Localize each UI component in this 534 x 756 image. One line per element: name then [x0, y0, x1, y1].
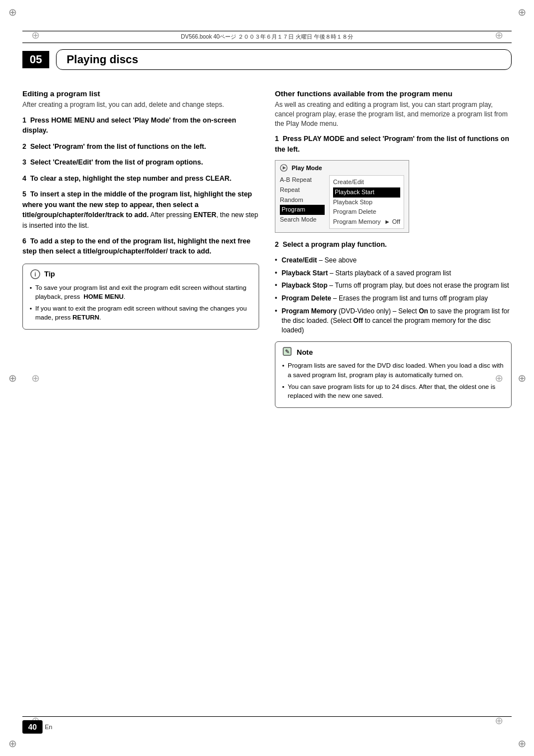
step-5-num: 5	[22, 190, 30, 198]
pm-right-2: Playback Stop	[333, 198, 400, 208]
pm-right-0: Create/Edit	[333, 177, 400, 187]
bullet-create-edit: Create/Edit – See above	[275, 256, 512, 265]
svg-marker-3	[283, 166, 286, 170]
step-1-text: Press HOME MENU and select 'Play Mode' f…	[22, 116, 236, 135]
step-2: 2 Select 'Program' from the list of func…	[22, 142, 259, 152]
svg-text:✎: ✎	[285, 349, 289, 355]
bullet-program-memory: Program Memory (DVD-Video only) – Select…	[275, 307, 512, 335]
tip-label: Tip	[44, 270, 55, 278]
note-icon: ✎	[282, 346, 293, 358]
left-column: Editing a program list After creating a …	[22, 90, 259, 706]
note-item-1: Program lists are saved for the DVD disc…	[282, 361, 504, 379]
step-4-num: 4	[22, 175, 30, 182]
content-area: Editing a program list After creating a …	[22, 90, 512, 706]
note-label: Note	[297, 348, 313, 356]
chapter-number: 05	[22, 51, 49, 68]
left-section-title: Editing a program list	[22, 90, 259, 98]
step-3-num: 3	[22, 158, 30, 166]
tip-icon: i	[30, 269, 41, 280]
play-mode-header: Play Mode	[280, 164, 404, 172]
right-step-1-text: Press PLAY MODE and select 'Program' fro…	[275, 135, 509, 153]
bullet-playback-stop: Playback Stop – Turns off program play, …	[275, 281, 512, 290]
step-4: 4 To clear a step, highlight the step nu…	[22, 173, 259, 184]
top-bar-text: DV566.book 40ページ ２００３年６月１７日 火曜日 午後８時１８分	[181, 33, 353, 41]
play-mode-right: Create/Edit Playback Start Playback Stop…	[329, 175, 404, 229]
pm-right-3: Program Delete	[333, 207, 400, 217]
play-mode-title: Play Mode	[292, 165, 322, 171]
pm-right-4-extra: ► Off	[385, 217, 400, 227]
chapter-header: 05 Playing discs	[22, 49, 512, 70]
right-step-2-text: Select a program play function.	[283, 241, 387, 248]
tip-header: i Tip	[30, 269, 252, 280]
right-column: Other functions available from the progr…	[275, 90, 512, 706]
chapter-title: Playing discs	[56, 49, 512, 70]
note-item-2: You can save program lists for up to 24 …	[282, 382, 504, 400]
tip-item-1: To save your program list and exit the p…	[30, 283, 252, 301]
reg-mark-ml: ⊕	[4, 370, 20, 386]
bottom-bar: 40 En	[22, 716, 512, 734]
play-mode-content: A-B Repeat Repeat Random Program Search …	[280, 175, 404, 229]
pm-left-1: Repeat	[280, 185, 325, 195]
step-1: 1 Press HOME MENU and select 'Play Mode'…	[22, 115, 259, 136]
step-6: 6 To add a step to the end of the progra…	[22, 236, 259, 257]
step-2-num: 2	[22, 143, 30, 151]
step-1-num: 1	[22, 116, 30, 124]
note-header: ✎ Note	[282, 346, 504, 358]
left-section-subtitle: After creating a program list, you can a…	[22, 100, 259, 110]
step-3-text: Select 'Create/Edit' from the list of pr…	[30, 158, 203, 166]
reg-mark-bl: ⊕	[4, 736, 20, 752]
step-4-text: To clear a step, highlight the step numb…	[30, 175, 232, 182]
pm-right-1: Playback Start	[333, 187, 400, 198]
reg-mark-tl: ⊕	[4, 4, 20, 20]
page-number: 40	[22, 720, 43, 734]
right-step-2: 2 Select a program play function.	[275, 240, 512, 250]
right-step-2-num: 2	[275, 241, 283, 248]
tip-box: i Tip To save your program list and exit…	[22, 264, 259, 330]
note-box: ✎ Note Program lists are saved for the D…	[275, 341, 512, 407]
tip-item-2: If you want to exit the program edit scr…	[30, 304, 252, 322]
pm-left-0: A-B Repeat	[280, 175, 325, 185]
right-step-1-num: 1	[275, 135, 283, 143]
play-mode-screen: Play Mode A-B Repeat Repeat Random Progr…	[275, 160, 409, 233]
pm-right-4-label: Program Memory	[333, 217, 381, 227]
right-section-title: Other functions available from the progr…	[275, 90, 512, 98]
reg-mark-mr: ⊕	[514, 370, 530, 386]
step-6-text: To add a step to the end of the program …	[22, 237, 250, 256]
pm-left-3: Program	[280, 205, 325, 215]
step-5: 5 To insert a step in the middle of the …	[22, 189, 259, 231]
pm-right-4: Program Memory ► Off	[333, 217, 400, 227]
step-6-num: 6	[22, 237, 30, 245]
reg-mark-tr: ⊕	[514, 4, 530, 20]
bullet-list: Create/Edit – See above Playback Start –…	[275, 256, 512, 335]
top-bar: DV566.book 40ページ ２００３年６月１７日 火曜日 午後８時１８分	[22, 31, 512, 43]
right-section-subtitle: As well as creating and editing a progra…	[275, 100, 512, 128]
step-2-text: Select 'Program' from the list of functi…	[30, 143, 206, 151]
pm-left-4: Search Mode	[280, 215, 325, 225]
pm-left-2: Random	[280, 195, 325, 205]
play-mode-left: A-B Repeat Repeat Random Program Search …	[280, 175, 325, 229]
bullet-program-delete: Program Delete – Erases the program list…	[275, 294, 512, 303]
step-3: 3 Select 'Create/Edit' from the list of …	[22, 157, 259, 168]
right-step-1: 1 Press PLAY MODE and select 'Program' f…	[275, 134, 512, 154]
bullet-playback-start: Playback Start – Starts playback of a sa…	[275, 269, 512, 278]
page-lang: En	[45, 724, 52, 730]
reg-mark-br: ⊕	[514, 736, 530, 752]
svg-text:i: i	[34, 271, 36, 278]
